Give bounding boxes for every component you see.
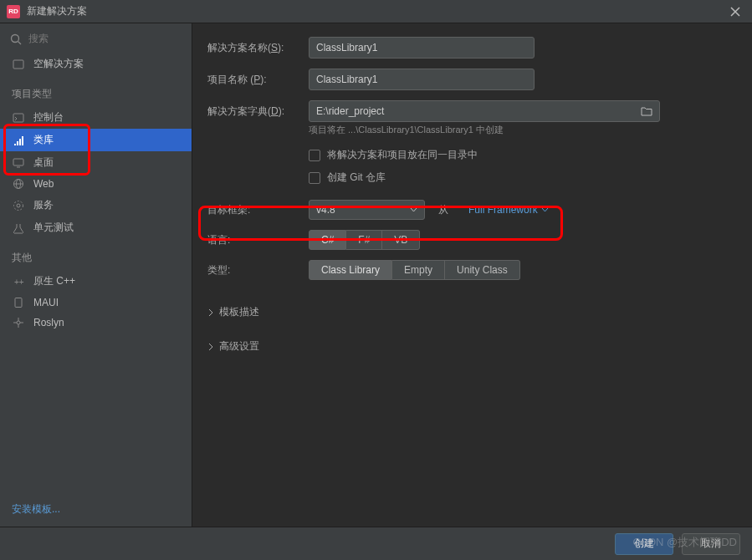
search-row[interactable]: 搜索	[0, 28, 192, 53]
type-group: Class Library Empty Unity Class	[309, 260, 520, 280]
svg-text:++: ++	[14, 277, 24, 287]
empty-solution-icon	[12, 59, 25, 70]
expander-advanced[interactable]: 高级设置	[207, 339, 737, 354]
close-icon	[730, 7, 740, 17]
titlebar: RD 新建解决方案	[0, 0, 752, 23]
install-templates-link[interactable]: 安装模板...	[0, 492, 192, 527]
type-unity-class[interactable]: Unity Class	[445, 260, 520, 280]
sidebar-item-label: 桌面	[33, 155, 54, 170]
sidebar-item-library[interactable]: 类库	[0, 129, 192, 151]
sidebar-item-label: 服务	[33, 198, 54, 212]
section-title-other: 其他	[0, 239, 192, 270]
type-empty[interactable]: Empty	[392, 260, 445, 280]
chevron-down-icon	[410, 207, 417, 212]
svg-point-17	[17, 321, 20, 324]
solution-name-label: 解决方案名称(S):	[207, 41, 295, 55]
svg-point-14	[14, 201, 23, 210]
svg-point-13	[17, 204, 20, 207]
expander-template-desc[interactable]: 模板描述	[207, 305, 737, 319]
create-git-label: 创建 Git 仓库	[327, 171, 386, 185]
lang-vb[interactable]: VB	[382, 230, 420, 250]
language-label: 语言:	[207, 233, 295, 247]
dictionary-value: E:\rider_project	[316, 105, 384, 117]
sidebar-item-desktop[interactable]: 桌面	[0, 151, 192, 174]
svg-rect-3	[13, 114, 23, 122]
dictionary-label: 解决方案字典(D):	[207, 104, 295, 119]
sidebar-item-label: 原生 C++	[33, 274, 75, 288]
target-fw-select[interactable]: v4.8	[309, 200, 425, 220]
expander-label: 高级设置	[219, 339, 259, 354]
sidebar: 搜索 空解决方案 项目类型 控制台 类库 桌面 Web 服务 单	[0, 23, 192, 527]
sidebar-item-label: Web	[33, 178, 54, 190]
gear-icon	[12, 200, 25, 211]
svg-rect-7	[22, 136, 23, 145]
language-group: C# F# VB	[309, 230, 420, 250]
type-class-library[interactable]: Class Library	[309, 260, 392, 280]
same-dir-checkbox[interactable]	[309, 150, 320, 161]
app-icon: RD	[7, 5, 20, 18]
main-form: 解决方案名称(S): 项目名称 (P): 解决方案字典(D): E:\rider…	[192, 23, 752, 527]
sidebar-item-unit-test[interactable]: 单元测试	[0, 216, 192, 239]
dictionary-input[interactable]: E:\rider_project	[309, 100, 660, 122]
chevron-down-icon	[541, 207, 549, 212]
sidebar-item-label: 类库	[33, 133, 54, 147]
sidebar-item-native-cpp[interactable]: ++ 原生 C++	[0, 270, 192, 293]
search-icon	[10, 33, 22, 45]
sidebar-item-label: 单元测试	[33, 221, 74, 235]
sidebar-item-console[interactable]: 控制台	[0, 106, 192, 129]
svg-rect-5	[17, 141, 18, 145]
sidebar-item-label: Roslyn	[33, 317, 64, 328]
same-dir-label: 将解决方案和项目放在同一目录中	[327, 148, 478, 162]
cancel-button[interactable]: 取消	[682, 533, 740, 555]
same-dir-checkbox-row[interactable]: 将解决方案和项目放在同一目录中	[309, 148, 737, 162]
sidebar-item-web[interactable]: Web	[0, 174, 192, 194]
chevron-right-icon	[207, 308, 214, 317]
fw-link-text: Full Framework	[468, 204, 538, 216]
chevron-right-icon	[207, 343, 214, 351]
sidebar-item-label: 空解决方案	[33, 57, 84, 71]
svg-rect-6	[19, 139, 21, 145]
sidebar-item-service[interactable]: 服务	[0, 194, 192, 216]
close-button[interactable]	[725, 2, 745, 22]
create-button[interactable]: 创建	[615, 533, 673, 555]
path-hint: 项目将在 ...\ClassLibrary1\ClassLibrary1 中创建	[309, 124, 737, 136]
expander-label: 模板描述	[219, 305, 259, 319]
window-title: 新建解决方案	[27, 4, 725, 18]
lang-csharp[interactable]: C#	[309, 230, 346, 250]
maui-icon	[12, 297, 25, 308]
svg-point-0	[12, 34, 19, 42]
globe-icon	[12, 178, 25, 190]
sidebar-item-label: MAUI	[33, 297, 59, 308]
search-placeholder: 搜索	[28, 32, 49, 46]
project-name-input[interactable]	[309, 69, 535, 90]
sidebar-item-label: 控制台	[33, 110, 64, 125]
test-icon	[12, 222, 25, 234]
full-framework-link[interactable]: Full Framework	[468, 204, 549, 216]
sidebar-item-empty-solution[interactable]: 空解决方案	[0, 53, 192, 75]
cpp-icon: ++	[12, 276, 25, 288]
folder-browse-icon[interactable]	[641, 106, 652, 116]
type-label: 类型:	[207, 263, 295, 277]
library-icon	[12, 135, 25, 146]
section-title-project-types: 项目类型	[0, 75, 192, 106]
create-git-checkbox-row[interactable]: 创建 Git 仓库	[309, 171, 737, 185]
svg-rect-2	[13, 60, 23, 69]
lang-fsharp[interactable]: F#	[346, 230, 382, 250]
target-fw-value: v4.8	[316, 204, 335, 216]
sidebar-item-roslyn[interactable]: Roslyn	[0, 313, 192, 333]
svg-line-1	[18, 41, 22, 44]
fw-from-label: 从	[438, 203, 448, 217]
svg-rect-8	[13, 159, 23, 165]
footer: 创建 取消	[0, 527, 752, 560]
target-fw-label: 目标框架:	[207, 203, 295, 217]
desktop-icon	[12, 157, 25, 169]
svg-rect-16	[15, 298, 22, 308]
console-icon	[12, 112, 25, 124]
svg-rect-4	[14, 144, 16, 145]
sidebar-item-maui[interactable]: MAUI	[0, 293, 192, 313]
roslyn-icon	[12, 317, 25, 328]
solution-name-input[interactable]	[309, 37, 535, 59]
project-name-label: 项目名称 (P):	[207, 73, 295, 87]
create-git-checkbox[interactable]	[309, 172, 320, 184]
